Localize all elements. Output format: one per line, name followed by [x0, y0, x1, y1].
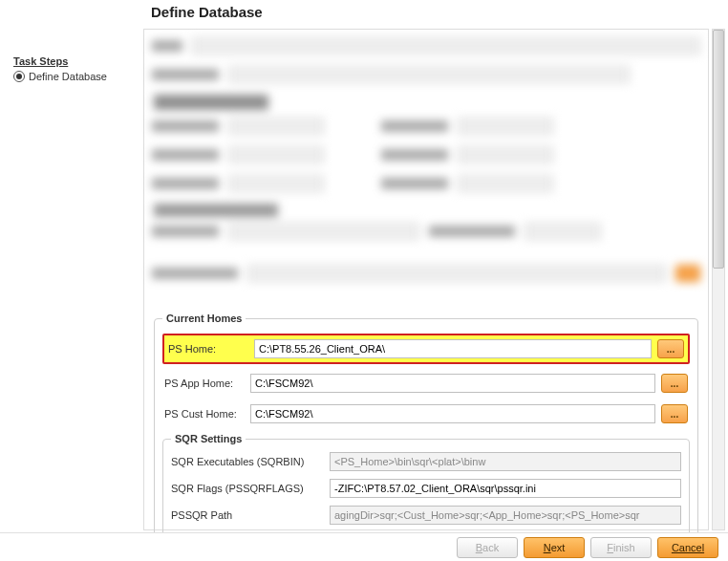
sqr-exec-input — [330, 452, 681, 471]
vertical-scrollbar[interactable] — [712, 29, 725, 530]
sqr-exec-row: SQR Executables (SQRBIN) — [171, 452, 681, 471]
task-step-define-database[interactable]: Define Database — [13, 71, 138, 82]
task-steps-sidebar: Task Steps Define Database — [13, 55, 138, 82]
blurred-upper-form — [152, 37, 700, 314]
ps-home-row: PS Home: ... — [162, 334, 690, 364]
ps-app-home-input[interactable] — [250, 374, 655, 393]
ps-cust-home-input[interactable] — [250, 404, 655, 423]
sqr-settings-legend: SQR Settings — [171, 433, 246, 444]
wizard-footer: Back Next Finish Cancel — [0, 532, 728, 561]
ps-app-home-browse-button[interactable]: ... — [661, 374, 688, 393]
radio-icon — [13, 71, 25, 82]
sqr-path-label: PSSQR Path — [171, 509, 322, 521]
ps-home-label: PS Home: — [168, 343, 248, 355]
sqr-path-row: PSSQR Path — [171, 506, 681, 525]
ps-app-home-label: PS App Home: — [164, 378, 245, 389]
task-step-label: Define Database — [29, 71, 107, 82]
sqr-exec-label: SQR Executables (SQRBIN) — [171, 456, 322, 467]
sqr-flags-input[interactable] — [330, 479, 681, 498]
task-steps-heading: Task Steps — [13, 55, 138, 67]
cancel-button[interactable]: Cancel — [657, 537, 718, 558]
ps-cust-home-browse-button[interactable]: ... — [661, 404, 688, 423]
current-homes-legend: Current Homes — [162, 313, 246, 324]
current-homes-group: Current Homes PS Home: ... PS App Home: … — [154, 313, 698, 546]
ps-cust-home-label: PS Cust Home: — [164, 408, 245, 420]
finish-button: Finish — [590, 537, 652, 558]
sqr-flags-label: SQR Flags (PSSQRFLAGS) — [171, 483, 322, 494]
content-panel: Current Homes PS Home: ... PS App Home: … — [143, 29, 709, 530]
back-button: Back — [457, 537, 518, 558]
ps-home-input[interactable] — [254, 339, 652, 358]
ps-app-home-row: PS App Home: ... — [162, 372, 690, 395]
ps-home-browse-button[interactable]: ... — [657, 339, 684, 358]
scrollbar-thumb[interactable] — [713, 30, 724, 269]
page-title: Define Database — [151, 4, 263, 20]
ps-cust-home-row: PS Cust Home: ... — [162, 402, 690, 425]
next-button[interactable]: Next — [524, 537, 585, 558]
sqr-flags-row: SQR Flags (PSSQRFLAGS) — [171, 479, 681, 498]
sqr-path-input — [330, 506, 681, 525]
sqr-settings-group: SQR Settings SQR Executables (SQRBIN) SQ… — [162, 433, 690, 537]
